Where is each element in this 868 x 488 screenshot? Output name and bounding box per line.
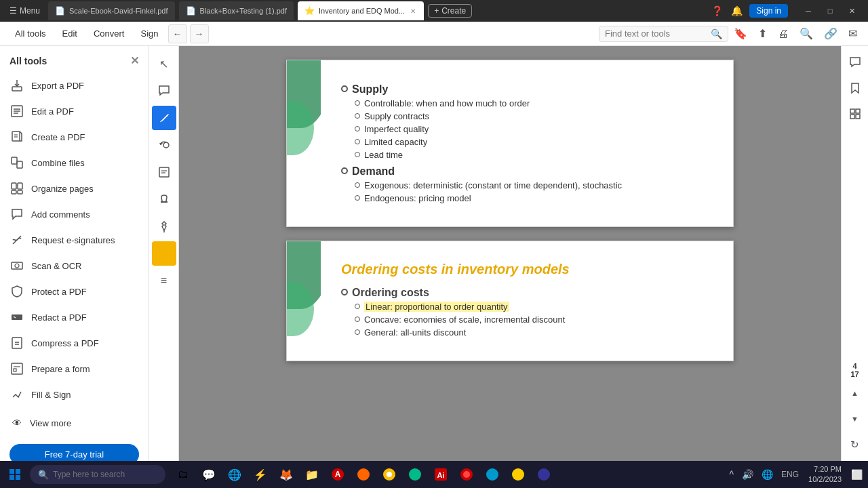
tray-volume[interactable]: 🔊 [739, 468, 756, 481]
taskbar-app-cyan[interactable] [480, 462, 505, 487]
right-grid-icon[interactable] [844, 103, 866, 125]
pen-tool[interactable] [152, 106, 176, 130]
refresh-icon[interactable]: ↻ [844, 434, 866, 455]
taskbar-app-store[interactable]: ⚡ [248, 462, 273, 487]
comment-tool[interactable] [152, 79, 176, 103]
print-icon[interactable]: 🖨 [775, 25, 791, 43]
tray-notification[interactable]: ⬜ [848, 468, 865, 481]
combine-icon [9, 155, 24, 170]
taskbar-app-chrome[interactable] [377, 462, 401, 487]
taskbar-app-firefox[interactable]: 🦊 [274, 462, 298, 487]
comments-icon [9, 207, 24, 222]
create-pdf-icon [9, 129, 24, 144]
sidebar-item-export[interactable]: Export a PDF [0, 73, 149, 98]
tray-chevron[interactable]: ^ [726, 468, 736, 481]
sub-bullet-4 [355, 139, 360, 144]
sidebar-item-combine[interactable]: Combine files [0, 150, 149, 176]
pdf-area[interactable]: Supply Controllable: when and how much t… [179, 46, 841, 461]
share-icon[interactable]: ⬆ [755, 24, 770, 43]
sidebar-item-redact[interactable]: Redact a PDF [0, 304, 149, 330]
sidebar-item-organize[interactable]: Organize pages [0, 176, 149, 201]
demand-bullet [341, 167, 348, 174]
taskbar-search-input[interactable] [53, 470, 148, 479]
svg-rect-10 [12, 183, 16, 189]
svg-rect-5 [12, 131, 20, 141]
svg-text:A: A [335, 470, 341, 479]
taskbar-app-files[interactable]: 🗂 [171, 462, 195, 487]
sidebar-item-view-more[interactable]: 👁 View more [0, 410, 149, 436]
tab-3[interactable]: ⭐ Inventory and EDQ Mod... ✕ [298, 1, 424, 20]
sub-bullet-7 [355, 195, 360, 201]
sidebar-item-form[interactable]: Prepare a form [0, 356, 149, 382]
menu-lines-tool[interactable]: ≡ [152, 268, 176, 293]
taskbar-app-edge[interactable]: 🌐 [222, 462, 247, 487]
cursor-tool[interactable]: ↖ [152, 52, 176, 76]
pin-tool[interactable] [152, 214, 176, 239]
scroll-down-icon[interactable]: ▼ [844, 408, 866, 430]
text-edit-tool[interactable] [152, 160, 176, 184]
tab-1[interactable]: 📄 Scale-Ebook-David-Finkel.pdf [48, 1, 175, 20]
forward-button[interactable]: → [190, 24, 209, 43]
menu-convert[interactable]: Convert [87, 26, 132, 41]
sidebar-item-edit[interactable]: Edit a PDF [0, 98, 149, 124]
tab-3-close[interactable]: ✕ [409, 7, 417, 15]
color-tool[interactable] [152, 241, 176, 266]
help-icon[interactable]: ❓ [710, 4, 724, 18]
svg-rect-33 [9, 469, 14, 474]
right-bookmark-icon[interactable] [844, 77, 866, 99]
email-icon[interactable]: ✉ [846, 24, 860, 43]
zoom-icon[interactable]: 🔍 [797, 24, 816, 43]
create-button[interactable]: + Create [428, 4, 472, 18]
scroll-up-icon[interactable]: ▲ [844, 382, 866, 404]
svg-rect-23 [14, 369, 16, 371]
sign-in-button[interactable]: Sign in [749, 4, 788, 18]
free-trial-button[interactable]: Free 7-day trial [9, 444, 139, 461]
back-button[interactable]: ← [168, 24, 187, 43]
start-button[interactable] [3, 462, 27, 487]
compress-icon [9, 336, 24, 350]
view-more-icon: 👁 [9, 415, 24, 430]
tray-network[interactable]: 🌐 [759, 468, 776, 481]
sidebar-item-compress[interactable]: Compress a PDF [0, 330, 149, 356]
menu-edit[interactable]: Edit [56, 26, 84, 41]
taskbar-app-purple[interactable] [454, 462, 479, 487]
tab-2[interactable]: 📄 Black+Box+Testing (1).pdf [179, 1, 294, 20]
svg-rect-32 [856, 115, 860, 119]
taskbar-app-red[interactable]: A [326, 462, 350, 487]
taskbar-app-folder[interactable]: 📁 [300, 462, 324, 487]
menu-button[interactable]: ☰ Menu [5, 5, 44, 17]
sidebar-item-comments[interactable]: Add comments [0, 201, 149, 227]
taskbar-app-acrobat[interactable]: Ai [429, 462, 453, 487]
link-icon[interactable]: 🔗 [821, 24, 840, 43]
ordering-sub-bullet-1 [355, 304, 360, 309]
close-button[interactable]: ✕ [841, 3, 863, 18]
bell-icon[interactable]: 🔔 [730, 4, 744, 18]
sidebar-close[interactable]: ✕ [130, 54, 139, 67]
ordering-general-item: General: all-units discount [355, 327, 706, 338]
bookmark-icon[interactable]: 🔖 [731, 24, 750, 43]
taskbar-app-chat[interactable]: 💬 [197, 462, 221, 487]
right-chat-icon[interactable] [844, 52, 866, 73]
undo-markup-tool[interactable] [152, 133, 176, 157]
tray-keyboard[interactable]: ENG [778, 468, 802, 481]
sidebar-item-fill-sign[interactable]: Fill & Sign [0, 382, 149, 407]
taskbar-app-orange[interactable] [351, 462, 376, 487]
stamp-tool[interactable] [152, 187, 176, 211]
menu-all-tools[interactable]: All tools [8, 26, 53, 41]
find-input[interactable] [605, 28, 707, 39]
menu-sign[interactable]: Sign [134, 26, 165, 41]
minimize-button[interactable]: ─ [797, 3, 819, 18]
taskbar-app-yellow[interactable] [506, 462, 530, 487]
maximize-button[interactable]: □ [819, 3, 841, 18]
slide-decoration-1 [287, 60, 321, 226]
taskbar-app-green[interactable] [403, 462, 427, 487]
sidebar-item-scan[interactable]: Scan & OCR [0, 253, 149, 279]
sidebar-item-protect[interactable]: Protect a PDF [0, 279, 149, 304]
taskbar-app-dark[interactable] [532, 462, 556, 487]
svg-rect-25 [159, 167, 169, 177]
sidebar-item-esignatures[interactable]: Request e-signatures [0, 227, 149, 253]
taskbar-search[interactable]: 🔍 [30, 465, 165, 484]
tray-datetime[interactable]: 7:20 PM 10/2/2023 [804, 464, 846, 485]
sidebar-item-create[interactable]: Create a PDF [0, 124, 149, 150]
tools-strip: ↖ ≡ [149, 46, 179, 461]
